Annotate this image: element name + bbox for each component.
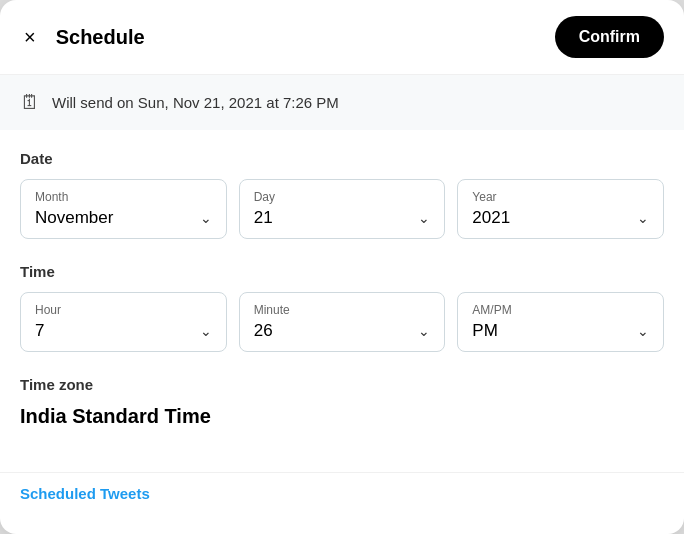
- minute-value-row: 26 ⌄: [254, 321, 431, 341]
- timezone-section: Time zone India Standard Time: [20, 376, 664, 428]
- date-section: Date Month November ⌄ Day 21 ⌄: [20, 150, 664, 239]
- day-dropdown[interactable]: Day 21 ⌄: [239, 179, 446, 239]
- header-left: × Schedule: [20, 23, 145, 51]
- month-value: November: [35, 208, 113, 228]
- year-chevron-icon: ⌄: [637, 210, 649, 226]
- time-dropdowns-row: Hour 7 ⌄ Minute 26 ⌄ AM/PM: [20, 292, 664, 352]
- minute-dropdown[interactable]: Minute 26 ⌄: [239, 292, 446, 352]
- close-button[interactable]: ×: [20, 23, 40, 51]
- minute-dropdown-label: Minute: [254, 303, 431, 317]
- schedule-info-bar: 🗓 Will send on Sun, Nov 21, 2021 at 7:26…: [0, 75, 684, 130]
- time-section: Time Hour 7 ⌄ Minute 26 ⌄: [20, 263, 664, 352]
- hour-value-row: 7 ⌄: [35, 321, 212, 341]
- month-dropdown[interactable]: Month November ⌄: [20, 179, 227, 239]
- day-value-row: 21 ⌄: [254, 208, 431, 228]
- day-dropdown-label: Day: [254, 190, 431, 204]
- year-dropdown-label: Year: [472, 190, 649, 204]
- calendar-icon: 🗓: [20, 91, 40, 114]
- month-dropdown-label: Month: [35, 190, 212, 204]
- timezone-label: Time zone: [20, 376, 664, 393]
- hour-dropdown[interactable]: Hour 7 ⌄: [20, 292, 227, 352]
- schedule-modal: × Schedule Confirm 🗓 Will send on Sun, N…: [0, 0, 684, 534]
- ampm-dropdown-label: AM/PM: [472, 303, 649, 317]
- hour-dropdown-label: Hour: [35, 303, 212, 317]
- date-label: Date: [20, 150, 664, 167]
- minute-value: 26: [254, 321, 273, 341]
- year-dropdown[interactable]: Year 2021 ⌄: [457, 179, 664, 239]
- hour-chevron-icon: ⌄: [200, 323, 212, 339]
- day-value: 21: [254, 208, 273, 228]
- time-label: Time: [20, 263, 664, 280]
- date-dropdowns-row: Month November ⌄ Day 21 ⌄ Year: [20, 179, 664, 239]
- schedule-text: Will send on Sun, Nov 21, 2021 at 7:26 P…: [52, 94, 339, 111]
- ampm-value-row: PM ⌄: [472, 321, 649, 341]
- main-content: Date Month November ⌄ Day 21 ⌄: [0, 130, 684, 472]
- modal-title: Schedule: [56, 26, 145, 49]
- confirm-button[interactable]: Confirm: [555, 16, 664, 58]
- month-value-row: November ⌄: [35, 208, 212, 228]
- modal-header: × Schedule Confirm: [0, 0, 684, 75]
- year-value: 2021: [472, 208, 510, 228]
- scheduled-tweets-button[interactable]: Scheduled Tweets: [20, 485, 150, 502]
- ampm-dropdown[interactable]: AM/PM PM ⌄: [457, 292, 664, 352]
- year-value-row: 2021 ⌄: [472, 208, 649, 228]
- day-chevron-icon: ⌄: [418, 210, 430, 226]
- minute-chevron-icon: ⌄: [418, 323, 430, 339]
- hour-value: 7: [35, 321, 44, 341]
- timezone-value: India Standard Time: [20, 405, 664, 428]
- modal-footer: Scheduled Tweets: [0, 472, 684, 523]
- month-chevron-icon: ⌄: [200, 210, 212, 226]
- ampm-chevron-icon: ⌄: [637, 323, 649, 339]
- ampm-value: PM: [472, 321, 498, 341]
